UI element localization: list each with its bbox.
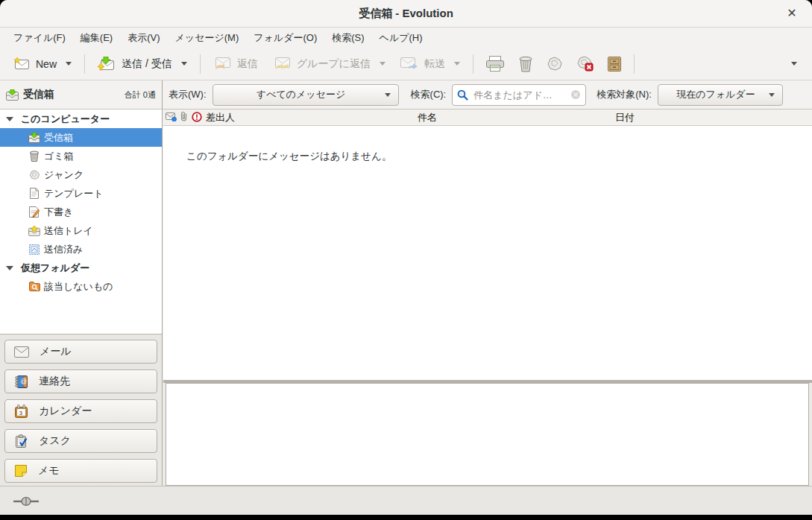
read-status-column-icon[interactable] xyxy=(166,112,177,121)
switcher-label: カレンダー xyxy=(39,405,92,418)
switcher-label: タスク xyxy=(39,434,71,448)
reply-button[interactable]: 返信 xyxy=(206,51,265,77)
menubar: ファイル(F) 編集(E) 表示(V) メッセージ(M) フォルダー(O) 検索… xyxy=(0,28,812,48)
current-folder-summary: 受信箱 合計 0通 xyxy=(0,80,163,109)
attachment-column-icon[interactable] xyxy=(180,111,188,122)
folder-item-sent[interactable]: 送信済み xyxy=(0,240,162,259)
message-list-header: 差出人 件名 日付 xyxy=(163,110,812,126)
main-pane: 差出人 件名 日付 このフォルダーにメッセージはありません。 xyxy=(163,110,812,486)
toolbar-separator xyxy=(473,54,473,74)
print-button[interactable] xyxy=(479,51,512,77)
titlebar: 受信箱 - Evolution ✕ xyxy=(0,0,812,28)
folder-label: テンプレート xyxy=(44,187,104,200)
close-button[interactable]: ✕ xyxy=(782,4,802,22)
mail-icon xyxy=(14,346,29,358)
menu-edit[interactable]: 編集(E) xyxy=(73,28,120,48)
current-folder-name: 受信箱 xyxy=(23,88,54,101)
column-header-from[interactable]: 差出人 xyxy=(206,111,235,124)
new-mail-icon xyxy=(13,57,30,70)
body-area: このコンピューター 受信箱 xyxy=(0,110,812,486)
reply-label: 返信 xyxy=(237,57,258,71)
clear-search-icon[interactable] xyxy=(570,89,581,100)
window-title: 受信箱 - Evolution xyxy=(359,7,453,21)
tree-group-search-folders[interactable]: 仮想フォルダー xyxy=(0,259,162,277)
switcher-label: メール xyxy=(40,345,72,358)
toolbar-separator xyxy=(634,54,635,74)
folder-item-trash[interactable]: ゴミ箱 xyxy=(0,147,162,165)
send-receive-button[interactable]: 送信 / 受信 xyxy=(90,51,195,77)
online-status-button[interactable] xyxy=(13,496,39,507)
menu-view[interactable]: 表示(V) xyxy=(120,28,167,48)
column-header-subject[interactable]: 件名 xyxy=(418,111,437,124)
folder-label: 該当しないもの xyxy=(44,280,113,294)
new-dropdown-arrow-icon[interactable] xyxy=(66,62,72,66)
menu-folder[interactable]: フォルダー(O) xyxy=(246,28,324,48)
column-header-date[interactable]: 日付 xyxy=(615,111,635,124)
folder-label: ゴミ箱 xyxy=(44,150,74,163)
folder-item-templates[interactable]: テンプレート xyxy=(0,184,162,203)
header-status-icons xyxy=(166,111,202,122)
tree-group-this-computer[interactable]: このコンピューター xyxy=(0,110,162,128)
group-reply-dropdown-arrow-icon[interactable] xyxy=(380,62,385,66)
search-scope-label: 検索対象(N): xyxy=(597,88,652,101)
folder-tree: このコンピューター 受信箱 xyxy=(0,110,162,334)
toolbar-separator xyxy=(84,54,85,74)
junk-icon xyxy=(28,170,41,180)
folder-item-junk[interactable]: ジャンク xyxy=(0,165,162,184)
forward-button[interactable]: 転送 xyxy=(393,51,468,77)
expander-icon[interactable] xyxy=(6,117,13,121)
switcher-tasks-button[interactable]: タスク xyxy=(4,429,157,453)
junk-button[interactable] xyxy=(540,51,570,77)
switcher-memos-button[interactable]: メモ xyxy=(4,459,157,483)
switcher-contacts-button[interactable]: @ 連絡先 xyxy=(4,370,157,393)
switcher-mail-button[interactable]: メール xyxy=(4,340,157,364)
group-label: このコンピューター xyxy=(21,112,110,126)
contacts-icon: @ xyxy=(14,375,28,389)
search-entry[interactable] xyxy=(452,84,586,106)
folder-item-drafts[interactable]: 下書き xyxy=(0,203,162,221)
folder-bar: 受信箱 合計 0通 表示(W): すべてのメッセージ 検索(C): xyxy=(0,80,812,110)
folder-label: ジャンク xyxy=(44,168,84,182)
folder-item-inbox[interactable]: 受信箱 xyxy=(0,128,162,147)
toolbar-overflow-arrow-icon[interactable] xyxy=(791,62,797,66)
empty-folder-message: このフォルダーにメッセージはありません。 xyxy=(186,150,391,163)
show-filter-label: 表示(W): xyxy=(169,88,207,101)
reply-icon xyxy=(213,57,231,71)
trash-icon xyxy=(28,150,41,162)
expander-icon[interactable] xyxy=(6,266,13,270)
sent-icon xyxy=(28,244,41,255)
view-switcher: メール @ 連絡先 xyxy=(0,334,162,486)
send-receive-dropdown-arrow-icon[interactable] xyxy=(181,62,187,66)
menu-help[interactable]: ヘルプ(H) xyxy=(372,28,430,48)
group-reply-button[interactable]: グループに返信 xyxy=(265,51,393,77)
folder-item-unmatched[interactable]: 該当しないもの xyxy=(0,277,162,296)
menu-search[interactable]: 検索(S) xyxy=(324,28,371,48)
preview-pane[interactable] xyxy=(166,383,809,486)
message-list[interactable]: このフォルダーにメッセージはありません。 xyxy=(163,126,812,380)
new-message-button[interactable]: New xyxy=(6,51,79,77)
not-junk-icon xyxy=(576,56,594,72)
important-column-icon[interactable] xyxy=(192,112,202,122)
folder-label: 送信済み xyxy=(44,243,83,256)
folder-item-outbox[interactable]: 送信トレイ xyxy=(0,221,162,240)
main-toolbar: New 送信 / 受信 xyxy=(0,48,812,80)
forward-dropdown-arrow-icon[interactable] xyxy=(454,62,460,66)
folder-total-count: 合計 0通 xyxy=(125,89,156,101)
calendar-icon: 3 xyxy=(14,405,28,419)
folder-label: 送信トレイ xyxy=(44,224,93,238)
archive-button[interactable] xyxy=(600,51,629,77)
junk-icon xyxy=(547,57,563,72)
menu-file[interactable]: ファイル(F) xyxy=(6,28,73,48)
search-scope-dropdown[interactable]: 現在のフォルダー xyxy=(658,84,783,106)
delete-button[interactable] xyxy=(512,51,540,77)
send-receive-icon xyxy=(98,57,116,71)
menu-message[interactable]: メッセージ(M) xyxy=(168,28,247,48)
show-filter-value: すべてのメッセージ xyxy=(221,88,382,101)
show-filter-dropdown[interactable]: すべてのメッセージ xyxy=(213,84,399,106)
svg-text:3: 3 xyxy=(19,409,23,416)
group-label: 仮想フォルダー xyxy=(21,261,89,275)
search-input[interactable] xyxy=(472,89,567,101)
switcher-calendar-button[interactable]: 3 カレンダー xyxy=(4,399,157,423)
archive-icon xyxy=(607,56,622,72)
not-junk-button[interactable] xyxy=(570,51,600,77)
